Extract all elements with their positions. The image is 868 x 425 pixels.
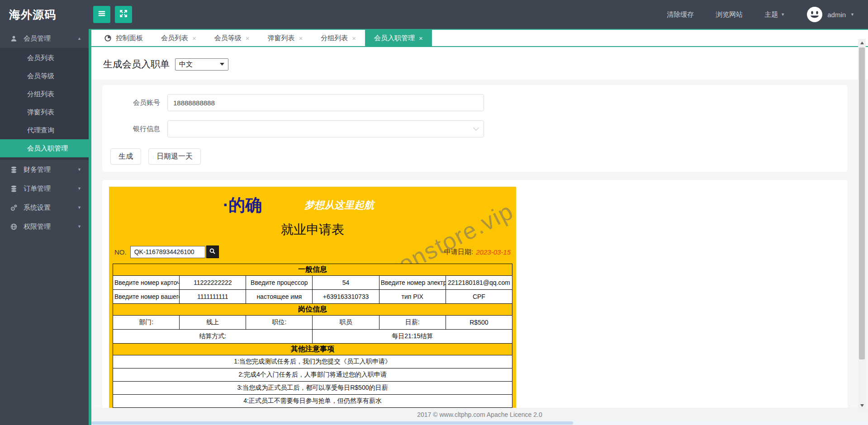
member-account-label: 会员账号 [126,99,160,107]
table-row: 2:完成4个入门任务后，人事部门将通过您的入职申请 [113,368,512,382]
table-cell: Введите процессор [246,276,313,290]
navbar-right: 清除缓存 浏览网站 主题 ▼ admin ▼ [667,6,868,23]
tab-dashboard[interactable]: 控制面板 [95,30,152,46]
sidebar-group-permissions[interactable]: 权限管理 ▼ [0,217,89,236]
page-header: 生成会员入职单 中文 [91,47,868,80]
database-icon [10,185,18,193]
section-header-general-info: 一般信息 [113,264,512,276]
application-table: 一般信息 Введите номер карточ 11222222222 Вв… [113,264,512,408]
toggle-sidebar-button[interactable] [93,6,110,23]
table-cell: 职员 [313,316,379,330]
generate-form-panel: 会员账号 银行信息 生成 日期退一天 [102,85,848,172]
application-number-row: NO. 申请日期: 2023-03-15 [114,246,511,258]
brand-slogan: 梦想从这里起航 [304,198,374,212]
generate-button[interactable]: 生成 [110,148,141,165]
fullscreen-icon [119,9,128,20]
table-cell: +639163310733 [313,290,379,304]
sidebar-item-popup-list[interactable]: 弹窗列表 [0,103,89,121]
vertical-scrollbar[interactable] [858,39,866,409]
employment-application-card: ozonstore.vip ·的确 梦想从这里起航 就业申请表 NO. [109,187,516,408]
application-preview-panel: ozonstore.vip ·的确 梦想从这里起航 就业申请表 NO. [102,180,848,408]
tab-label: 弹窗列表 [268,34,295,42]
table-cell: настоящее имя [246,290,313,304]
horizontal-scrollbar[interactable] [91,421,868,425]
close-icon[interactable]: × [299,34,303,42]
close-icon[interactable]: × [192,34,196,42]
chevron-down-icon: ▼ [77,167,81,172]
table-row: 4:正式员工不需要每日参与抢单，但仍然享有薪水 [113,395,512,408]
brand-name: ·的确 [223,194,262,217]
footer: 2017 © www.cltphp.com Apache Licence 2.0 [91,408,868,421]
vertical-scrollbar-thumb[interactable] [859,47,865,359]
language-select[interactable]: 中文 [175,58,228,71]
application-title: 就业申请表 [109,221,516,238]
table-cell: Введите номер электр [379,276,446,290]
tab-label: 会员等级 [214,34,242,42]
table-cell: 11222222222 [180,276,246,290]
sidebar-group-finance[interactable]: 财务管理 ▼ [0,160,89,179]
table-row: 结算方式: 每日21:15结算 [113,330,512,344]
application-date: 申请日期: 2023-03-15 [444,248,511,256]
language-select-value: 中文 [179,60,193,69]
table-cell: Введите номер карточ [113,276,180,290]
application-date-label: 申请日期: [444,248,473,256]
tab-member-level[interactable]: 会员等级 × [205,30,259,46]
close-icon[interactable]: × [419,34,423,42]
tab-label: 分组列表 [321,34,348,42]
clear-cache-link[interactable]: 清除缓存 [667,10,694,19]
member-account-input[interactable] [167,94,484,111]
bank-info-label: 银行信息 [126,125,160,133]
table-row: 1:当您完成测试任务后，我们为您提交《员工入职申请》 [113,355,512,368]
tab-group-list[interactable]: 分组列表 × [312,30,365,46]
table-cell: Введите номер вашего [113,290,180,304]
tab-member-list[interactable]: 会员列表 × [152,30,205,46]
date-back-one-day-button[interactable]: 日期退一天 [148,148,201,165]
fullscreen-button[interactable] [115,6,132,23]
table-cell: 线上 [180,316,246,330]
browse-site-link[interactable]: 浏览网站 [716,10,743,19]
tab-member-onboarding[interactable]: 会员入职管理 × [365,30,432,46]
footer-text: 2017 © www.cltphp.com Apache Licence 2.0 [417,411,542,418]
chevron-down-icon [220,63,224,66]
sidebar-group-label: 权限管理 [24,222,51,231]
search-icon [209,247,216,257]
theme-menu[interactable]: 主题 ▼ [764,10,785,19]
user-menu[interactable]: admin ▼ [806,6,854,23]
page-body: 生成会员入职单 中文 会员账号 银行信息 [91,47,868,408]
bank-info-select[interactable] [167,120,484,137]
table-cell: R$500 [446,316,512,330]
sidebar-item-member-onboarding[interactable]: 会员入职管理 [0,139,89,157]
sidebar-item-member-list[interactable]: 会员列表 [0,49,89,67]
chevron-down-icon: ▼ [77,224,81,229]
table-row: Введите номер вашего 1111111111 настояще… [113,290,512,304]
sidebar-item-agent-query[interactable]: 代理查询 [0,121,89,139]
theme-label: 主题 [764,10,778,19]
sidebar-group-system-settings[interactable]: 系统设置 ▼ [0,198,89,217]
search-button[interactable] [206,246,219,258]
application-number-input[interactable] [130,246,205,258]
avatar [806,6,823,23]
horizontal-scrollbar-thumb[interactable] [91,421,573,425]
top-navbar: 海外源码 清除缓存 浏览网站 主题 ▼ admin ▼ [0,0,868,29]
table-cell: 54 [313,276,379,290]
gear-icon [10,204,18,212]
triangle-down-icon [860,404,864,407]
close-icon[interactable]: × [352,34,356,42]
table-cell: 1111111111 [180,290,246,304]
note-cell: 3:当您成为正式员工后，都可以享受每日R$500的日薪 [113,382,512,395]
table-cell: 结算方式: [113,330,313,344]
sidebar-item-member-level[interactable]: 会员等级 [0,67,89,85]
section-header-other-notes: 其他注意事项 [113,344,512,355]
sidebar-item-group-list[interactable]: 分组列表 [0,85,89,103]
chevron-down-icon: ▼ [77,186,81,191]
sidebar-group-orders[interactable]: 订单管理 ▼ [0,179,89,198]
sidebar-group-label: 会员管理 [24,34,51,43]
tab-popup-list[interactable]: 弹窗列表 × [259,30,312,46]
table-row: 3:当您成为正式员工后，都可以享受每日R$500的日薪 [113,382,512,395]
table-cell: 每日21:15结算 [313,330,512,344]
scroll-up-arrow[interactable] [858,39,866,47]
scroll-down-arrow[interactable] [858,401,866,409]
sidebar-group-member-management[interactable]: 会员管理 ▲ [0,29,89,48]
close-icon[interactable]: × [246,34,250,42]
no-label: NO. [114,248,127,256]
